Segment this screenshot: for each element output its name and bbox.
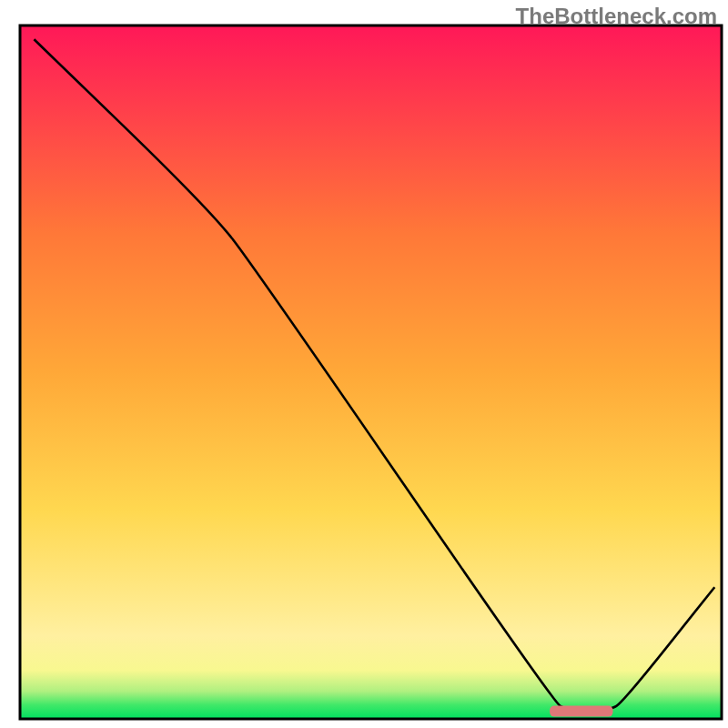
attribution-label: TheBottleneck.com bbox=[516, 4, 717, 29]
optimal-marker bbox=[550, 706, 612, 717]
plot-background bbox=[20, 25, 722, 719]
chart-svg bbox=[0, 0, 728, 728]
bottleneck-chart: TheBottleneck.com bbox=[0, 0, 728, 728]
